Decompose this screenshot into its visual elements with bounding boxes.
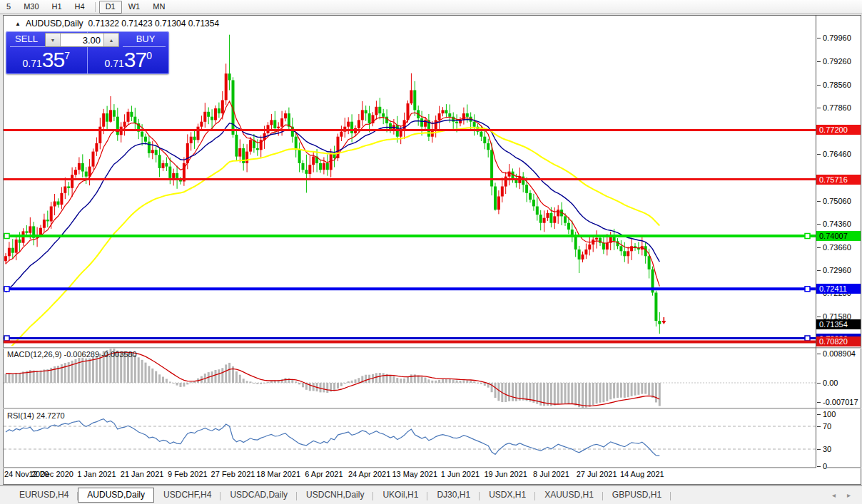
macd-histogram-bar — [659, 383, 661, 406]
timeframe-button-mn[interactable]: MN — [146, 1, 171, 14]
candle — [641, 237, 644, 256]
macd-histogram-bar — [462, 380, 465, 383]
macd-histogram-bar — [134, 355, 136, 383]
macd-histogram-bar — [477, 383, 479, 384]
hline-handle[interactable] — [805, 287, 810, 292]
buy-label[interactable]: BUY — [122, 34, 169, 44]
macd-histogram-bar — [582, 383, 584, 408]
macd-histogram-bar — [512, 383, 514, 401]
candle — [155, 145, 158, 163]
hline-handle[interactable] — [4, 234, 9, 239]
rsi-axis-label-100: 100 — [816, 410, 836, 419]
macd-histogram-bar — [417, 376, 420, 384]
candle — [172, 169, 175, 186]
macd-histogram-bar — [298, 383, 300, 384]
macd-histogram-bar — [617, 383, 619, 398]
macd-histogram-bar — [46, 369, 49, 383]
candle — [323, 158, 325, 175]
macd-histogram-bar — [606, 383, 608, 401]
price-axis[interactable]: 0.799600.792600.785600.778600.764600.750… — [816, 15, 862, 468]
macd-histogram-bar — [267, 382, 269, 383]
symbol-tab-usdx-h1[interactable]: USDX,H1 — [480, 488, 535, 503]
macd-histogram-bar — [281, 379, 283, 383]
candle — [375, 101, 377, 119]
date-label: 8 Jul 2021 — [533, 470, 569, 478]
macd-histogram-bar — [561, 383, 563, 403]
symbol-tab-ukoil-h1[interactable]: UKOil,H1 — [373, 488, 427, 503]
rsi-line — [6, 419, 659, 456]
symbol-tab-dj30-h1[interactable]: DJ30,H1 — [427, 488, 480, 503]
symbol-tab-usdcnh-daily[interactable]: USDCNH,Daily — [297, 488, 373, 503]
timeframe-button-m30[interactable]: M30 — [17, 1, 45, 14]
macd-histogram-bar — [609, 383, 612, 399]
hline-handle[interactable] — [4, 336, 9, 341]
rsi-indicator-pane[interactable] — [4, 409, 816, 466]
tab-scroll-controls: ◂ ▸ — [832, 491, 862, 499]
candle — [617, 238, 619, 249]
macd-histogram-bar — [323, 383, 325, 392]
price-tag-0.70820: 0.70820 — [816, 336, 861, 346]
date-label: 1 Jan 2021 — [77, 470, 116, 478]
timeframe-button-5[interactable]: 5 — [0, 1, 17, 14]
candle — [8, 242, 11, 260]
sell-underline — [10, 46, 47, 47]
timeframe-button-h4[interactable]: H4 — [69, 1, 91, 14]
timeframe-button-h1[interactable]: H1 — [46, 1, 69, 14]
macd-histogram-bar — [634, 383, 637, 396]
symbol-tab-audusd-daily[interactable]: AUDUSD,Daily — [78, 488, 154, 503]
candle — [361, 101, 364, 126]
candle — [305, 155, 308, 193]
macd-histogram-bar — [504, 383, 507, 402]
macd-histogram-bar — [554, 383, 556, 406]
macd-histogram-bar — [589, 383, 591, 406]
hline-handle[interactable] — [805, 234, 810, 239]
candle — [193, 129, 196, 149]
sell-price[interactable]: 0.71357 — [6, 48, 87, 72]
candle — [295, 132, 298, 157]
volume-increase-icon[interactable]: ▲ — [103, 34, 118, 46]
tab-scroll-left-icon[interactable]: ◂ — [832, 491, 836, 499]
macd-histogram-bar — [348, 381, 350, 383]
macd-histogram-bar — [11, 374, 14, 383]
price-tick-0.77860: 0.77860 — [816, 103, 851, 113]
macd-histogram-bar — [263, 383, 265, 384]
macd-histogram-bar — [620, 383, 622, 398]
candle — [109, 96, 112, 123]
macd-histogram-bar — [456, 381, 458, 383]
rsi-axis-label-30: 30 — [816, 445, 831, 454]
date-label: 6 Apr 2021 — [305, 470, 343, 478]
symbol-tab-usdchf-h4[interactable]: USDCHF,H4 — [154, 488, 220, 503]
timeframe-button-w1[interactable]: W1 — [122, 1, 147, 14]
macd-histogram-bar — [445, 379, 447, 383]
sell-arrow-marker[interactable] — [661, 317, 666, 324]
macd-histogram-bar — [151, 369, 153, 383]
volume-decrease-icon[interactable]: ▼ — [46, 34, 61, 46]
macd-pane-splitter[interactable] — [3, 347, 861, 349]
rsi-pane-splitter[interactable] — [3, 408, 861, 409]
time-axis-splitter[interactable] — [3, 467, 861, 468]
buy-price[interactable]: 0.71370 — [88, 48, 170, 72]
volume-input[interactable] — [61, 34, 103, 46]
macd-histogram-bar — [235, 371, 238, 383]
timeframe-button-d1[interactable]: D1 — [99, 1, 122, 14]
date-label: 27 Jul 2021 — [577, 470, 617, 478]
symbol-tab-xauusd-h1[interactable]: XAUUSD,H1 — [535, 488, 603, 503]
candle — [200, 115, 203, 131]
time-axis[interactable]: 24 Nov 202012 Dec 20201 Jan 202121 Jan 2… — [4, 469, 816, 482]
date-label: 12 Dec 2020 — [29, 470, 73, 478]
macd-histogram-bar — [567, 383, 569, 403]
hline-handle[interactable] — [4, 287, 9, 292]
tab-scroll-right-icon[interactable]: ▸ — [847, 491, 851, 499]
symbol-tab-usdcad-daily[interactable]: USDCAD,Daily — [220, 488, 297, 503]
sell-label[interactable]: SELL — [6, 34, 47, 44]
macd-histogram-bar — [644, 383, 646, 394]
symbol-tab-eurusd-h4[interactable]: EURUSD,H4 — [10, 488, 78, 503]
hline-handle[interactable] — [805, 336, 810, 341]
symbol-tab-gbpusd-h1[interactable]: GBPUSD,H1 — [603, 488, 671, 503]
symbol-tab-bar: EURUSD,H4AUDUSD,DailyUSDCHF,H4USDCAD,Dai… — [0, 485, 862, 504]
candle — [508, 164, 511, 185]
macd-histogram-bar — [637, 383, 639, 395]
collapse-triangle-icon[interactable]: ▲ — [15, 21, 21, 27]
macd-histogram-bar — [460, 381, 462, 383]
rsi-label: RSI(14) 24.7270 — [7, 411, 65, 420]
